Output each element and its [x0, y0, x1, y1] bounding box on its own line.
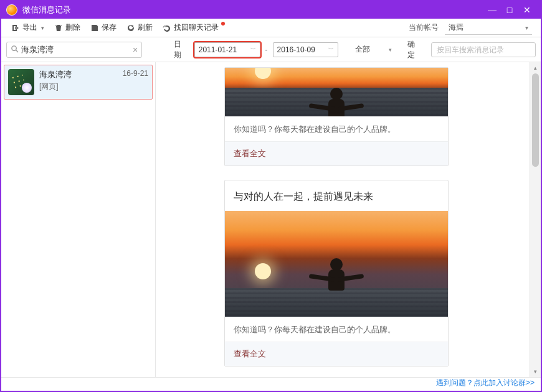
date-from-value: 2011-01-21 [199, 45, 237, 54]
caret-down-icon: ▾ [525, 24, 528, 31]
article-image [225, 211, 448, 317]
category-value: 全部 [355, 44, 370, 55]
avatar [8, 69, 34, 95]
category-select[interactable]: 全部 ▾ [349, 42, 397, 57]
read-more-link[interactable]: 查看全文 [225, 342, 448, 366]
account-value: 海焉 [449, 22, 464, 33]
delete-button[interactable]: 删除 [49, 21, 85, 35]
content-area: 海泉湾湾 [网页] 16-9-21 [1, 62, 541, 377]
article-desc: 你知道吗？你每天都在建设自己的个人品牌。 [225, 317, 448, 342]
scroll-down-icon[interactable]: ▾ [530, 366, 541, 377]
date-to-select[interactable]: 2016-10-09 ﹀ [273, 42, 339, 57]
titlebar: 微信消息记录 — □ ✕ [1, 1, 541, 19]
contact-sidebar: 海泉湾湾 [网页] 16-9-21 [1, 62, 156, 377]
save-label: 保存 [102, 22, 116, 33]
close-button[interactable]: ✕ [518, 4, 536, 16]
caret-down-icon: ﹀ [328, 45, 334, 54]
app-logo-icon [6, 4, 17, 16]
help-link[interactable]: 遇到问题？点此加入讨论群>> [436, 378, 535, 388]
recover-chat-button[interactable]: 找回聊天记录 [158, 21, 224, 35]
trash-icon [54, 24, 63, 32]
article-image [225, 68, 448, 116]
scroll-up-icon[interactable]: ▴ [530, 62, 541, 73]
minimize-button[interactable]: — [483, 4, 501, 16]
save-button[interactable]: 保存 [85, 21, 121, 35]
date-label: 日期 [174, 39, 188, 60]
maximize-button[interactable]: □ [501, 4, 518, 16]
clear-search-icon[interactable]: × [133, 45, 138, 55]
article-desc: 你知道吗？你每天都在建设自己的个人品牌。 [225, 116, 448, 141]
export-button[interactable]: 导出 ▾ [6, 21, 49, 35]
undo-icon [163, 24, 171, 32]
svg-point-0 [12, 45, 16, 50]
date-from-select[interactable]: 2011-01-21 ﹀ [194, 42, 260, 57]
refresh-icon [126, 24, 135, 32]
caret-down-icon: ▾ [41, 25, 44, 31]
date-dash: - [264, 45, 269, 54]
delete-label: 删除 [65, 22, 80, 33]
export-label: 导出 [22, 22, 37, 33]
refresh-button[interactable]: 刷新 [121, 21, 158, 35]
date-to-value: 2016-10-09 [277, 45, 315, 54]
chat-pane: 你知道吗？你每天都在建设自己的个人品牌。 查看全文 与对的人在一起，提前遇见未来 [156, 62, 541, 377]
caret-down-icon: ﹀ [250, 45, 256, 54]
contact-search-box[interactable]: × [6, 42, 142, 58]
recover-chat-label: 找回聊天记录 [174, 22, 219, 33]
notification-dot-icon [221, 22, 225, 26]
footer: 遇到问题？点此加入讨论群>> [1, 377, 541, 391]
account-select[interactable]: 海焉 ▾ [445, 21, 532, 35]
refresh-label: 刷新 [138, 22, 153, 33]
export-icon [11, 24, 20, 32]
save-icon [90, 24, 99, 32]
confirm-button[interactable]: 确定 [401, 39, 427, 60]
caret-down-icon: ▾ [389, 47, 392, 53]
article-card[interactable]: 与对的人在一起，提前遇见未来 你知道吗？你每天都在建设自己的个人品牌。 查看全文 [224, 180, 449, 366]
svg-line-1 [16, 50, 18, 52]
contact-tag: [网页] [39, 82, 123, 92]
scrollbar-thumb[interactable] [532, 73, 539, 167]
contact-date: 16-9-21 [123, 69, 148, 78]
app-window: 微信消息记录 — □ ✕ 导出 ▾ 删除 保存 [0, 0, 542, 392]
search-icon [11, 45, 19, 55]
chat-scroll[interactable]: 你知道吗？你每天都在建设自己的个人品牌。 查看全文 与对的人在一起，提前遇见未来 [156, 62, 530, 377]
account-label: 当前帐号 [402, 22, 445, 33]
window-title: 微信消息记录 [22, 4, 71, 16]
filter-bar: × 日期 2011-01-21 ﹀ - 2016-10-09 ﹀ 全部 ▾ 确定 [1, 37, 541, 62]
message-search-input[interactable] [431, 42, 536, 57]
scrollbar[interactable]: ▴ ▾ [530, 62, 541, 377]
contact-info: 海泉湾湾 [网页] [39, 69, 123, 92]
article-card[interactable]: 你知道吗？你每天都在建设自己的个人品牌。 查看全文 [224, 67, 449, 166]
contact-name: 海泉湾湾 [39, 69, 123, 80]
article-title: 与对的人在一起，提前遇见未来 [225, 180, 448, 211]
contact-search-input[interactable] [21, 45, 133, 54]
contact-item[interactable]: 海泉湾湾 [网页] 16-9-21 [4, 65, 153, 100]
read-more-link[interactable]: 查看全文 [225, 141, 448, 166]
toolbar: 导出 ▾ 删除 保存 刷新 找回聊天记录 [1, 19, 541, 37]
